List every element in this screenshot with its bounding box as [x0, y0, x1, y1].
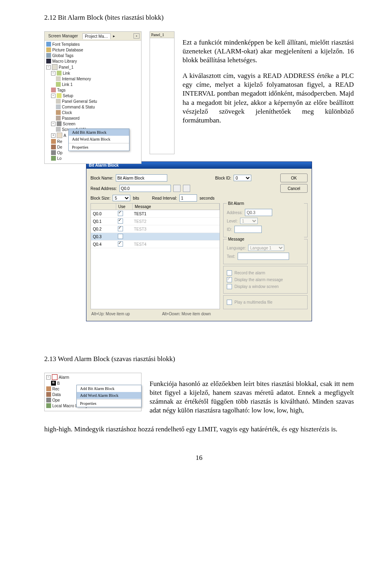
ope-icon	[46, 398, 51, 402]
tree-password[interactable]: Password	[62, 116, 80, 120]
frame-title-message: Message	[227, 237, 304, 241]
tree-data[interactable]: Data	[52, 392, 61, 397]
cancel-button[interactable]: Cancel	[280, 184, 308, 193]
panel-close-button[interactable]: ×	[133, 33, 140, 39]
screen-icon	[57, 121, 62, 126]
cell-use[interactable]	[116, 218, 132, 225]
cell-message: TEST1	[132, 212, 220, 216]
expand-toggle[interactable]: −	[46, 65, 51, 69]
label-id: ID:	[227, 227, 232, 232]
use-checkbox[interactable]	[118, 234, 123, 239]
section-title-2: 2.13 Word Alarm Block (szavas riasztási …	[44, 355, 354, 363]
table-row[interactable]: Q0.4TEST4	[91, 241, 220, 248]
paragraph-2a: Funkciója hasonló az előzőekben leírt bi…	[150, 380, 354, 415]
paragraph-1b: A kiválasztott cím, vagyis a READ ADDRES…	[183, 71, 354, 125]
alarm-table: Use Message Q0.0TEST1Q0.1TEST2Q0.2TEST3Q…	[90, 203, 220, 309]
multimedia-frame: Play a multimedia file	[223, 295, 308, 309]
tree-panel1[interactable]: Panel_1	[59, 65, 74, 69]
tree-re[interactable]: Re	[57, 139, 62, 144]
preview-header: Panel_1	[150, 32, 174, 38]
table-row[interactable]: Q0.0TEST1	[91, 210, 220, 218]
ok-button[interactable]: OK	[280, 174, 308, 182]
options-frame: Record the alarm Display the alarm messa…	[223, 266, 308, 294]
picture-db-icon	[46, 47, 51, 52]
checkbox-play-multimedia	[227, 300, 232, 305]
input-read-address[interactable]	[119, 185, 171, 192]
tree-panel-general[interactable]: Panel General Setu	[62, 99, 97, 104]
link-icon	[57, 71, 62, 76]
expand-toggle[interactable]: −	[51, 122, 55, 126]
page-number: 16	[44, 454, 354, 462]
label-display-message: Display the alarm message	[234, 278, 283, 282]
cell-use[interactable]	[116, 226, 132, 232]
tree-link1[interactable]: Link 1	[62, 82, 73, 87]
preview-pane: Panel_1	[150, 31, 175, 154]
re-icon	[51, 139, 56, 144]
table-row[interactable]: Q0.3	[91, 233, 220, 241]
address-browse-button[interactable]	[173, 185, 181, 192]
cell-use[interactable]	[116, 241, 132, 247]
cell-use[interactable]	[116, 211, 132, 217]
label-block-name: Block Name:	[90, 176, 113, 180]
tree-a[interactable]: A	[64, 133, 66, 138]
tree-internal-memory[interactable]: Internal Memory	[62, 77, 91, 81]
font-templates-icon	[46, 42, 51, 47]
input-read-interval[interactable]	[179, 194, 197, 202]
paragraph-2b: high-high. Mindegyik riasztáshoz hozzá r…	[44, 425, 354, 434]
expand-toggle[interactable]: −	[51, 71, 55, 76]
tree-op[interactable]: Op	[57, 151, 62, 155]
hint-move-up: Alt+Up: Move item up	[91, 312, 130, 316]
ctx-properties[interactable]: Properties	[69, 144, 129, 151]
panel1-icon	[52, 64, 57, 70]
data-icon	[46, 392, 51, 397]
tree-rec[interactable]: Rec	[52, 387, 60, 391]
table-row[interactable]: Q0.1TEST2	[91, 218, 220, 225]
label-read-interval: Read Interval:	[152, 196, 177, 200]
ctx2-properties[interactable]: Properties	[77, 400, 141, 407]
tree-de[interactable]: De	[57, 145, 62, 149]
expand-toggle[interactable]: −	[46, 375, 51, 380]
select-block-size[interactable]: 5	[113, 195, 130, 201]
expand-toggle[interactable]: −	[51, 94, 55, 98]
frame-title-bit-alarm: Bit Alarm	[227, 201, 304, 206]
tree-setup[interactable]: Setup	[63, 94, 73, 98]
alarm-icon	[52, 374, 57, 380]
tree-tags[interactable]: Tags	[57, 88, 66, 92]
a-icon	[57, 133, 62, 138]
tab-project[interactable]: Project Ma…	[82, 33, 111, 39]
cell-address: Q0.0	[91, 212, 116, 216]
tree-picture-database[interactable]: Picture Database	[52, 48, 83, 52]
tree-screen[interactable]: Screen	[63, 122, 76, 126]
tree-macro-library[interactable]: Macro Library	[52, 59, 77, 63]
ctx-add-bit-alarm[interactable]: Add Bit Alarm Block	[69, 129, 129, 136]
tree-b[interactable]: B	[57, 381, 60, 386]
tab-screen-manager[interactable]: Screen Manager	[46, 33, 80, 39]
input-block-name[interactable]	[116, 174, 167, 182]
tree-ope[interactable]: Ope	[52, 398, 60, 402]
panel-general-icon	[56, 99, 61, 104]
tab-overflow-arrow[interactable]: ▸	[113, 34, 115, 38]
use-checkbox[interactable]	[118, 241, 123, 247]
tree-clock[interactable]: Clock	[62, 110, 72, 115]
use-checkbox[interactable]	[118, 226, 123, 231]
use-checkbox[interactable]	[118, 218, 123, 224]
paragraph-1: Ezt a funkciót mindenképpen be kell állí…	[183, 38, 354, 65]
tree-link[interactable]: Link	[63, 71, 70, 76]
ctx-add-word-alarm[interactable]: Add Word Alarm Block	[69, 136, 129, 143]
tree-global-tags[interactable]: Global Tags	[52, 53, 74, 58]
ctx2-add-bit-alarm[interactable]: Add Bit Alarm Block	[77, 385, 141, 392]
tree-alarm[interactable]: Alarm	[59, 375, 69, 380]
cell-use[interactable]	[116, 234, 132, 240]
table-row[interactable]: Q0.2TEST3	[91, 225, 220, 233]
expand-toggle[interactable]: +	[51, 133, 55, 138]
select-block-id[interactable]: 0	[234, 175, 251, 181]
ctx2-separator	[77, 399, 141, 400]
address-keypad-button[interactable]	[183, 185, 190, 192]
tree-font-templates[interactable]: Font Templates	[52, 42, 80, 47]
tree-lo[interactable]: Lo	[57, 156, 62, 161]
use-checkbox[interactable]	[118, 211, 123, 216]
tree-command-status[interactable]: Command & Statu	[62, 105, 95, 109]
input-address	[245, 209, 272, 216]
label-bits: bits	[133, 196, 139, 200]
ctx2-add-word-alarm[interactable]: Add Word Alarm Block	[77, 392, 141, 399]
